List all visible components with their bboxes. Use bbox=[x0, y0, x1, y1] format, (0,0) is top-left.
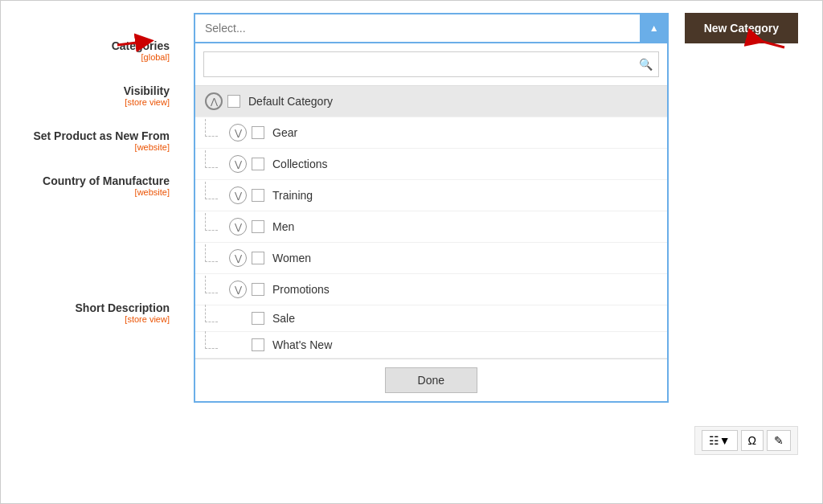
top-row: ▲ 🔍 bbox=[194, 13, 822, 43]
sale-checkbox[interactable] bbox=[252, 312, 264, 325]
list-item[interactable]: ⋁ Collections bbox=[195, 149, 667, 180]
category-name: Collections bbox=[272, 158, 327, 170]
visibility-field-group: Visibility [store view] bbox=[17, 84, 178, 107]
chevron-down-icon: ⋁ bbox=[235, 191, 242, 201]
category-name: Training bbox=[272, 189, 313, 202]
short-desc-scope: [store view] bbox=[17, 314, 170, 324]
collapse-default-button[interactable]: ⋀ bbox=[205, 92, 223, 110]
list-item[interactable]: ⋁ Men bbox=[195, 211, 667, 243]
page-wrapper: Categories [global] Visibility [store vi… bbox=[0, 0, 823, 504]
chevron-down-icon: ⋁ bbox=[235, 285, 242, 295]
select-arrow-button[interactable]: ▲ bbox=[640, 13, 669, 43]
visibility-scope: [store view] bbox=[17, 97, 170, 107]
set-product-field-group: Set Product as New From [website] bbox=[17, 129, 178, 152]
expand-gear-button[interactable]: ⋁ bbox=[229, 124, 247, 141]
list-item[interactable]: ⋁ Women bbox=[195, 243, 667, 274]
gear-checkbox[interactable] bbox=[252, 126, 264, 139]
expand-collections-button[interactable]: ⋁ bbox=[229, 155, 247, 173]
country-label: Country of Manufacture bbox=[17, 174, 170, 187]
category-select-input[interactable] bbox=[194, 13, 669, 43]
men-checkbox[interactable] bbox=[252, 220, 264, 233]
women-checkbox[interactable] bbox=[252, 252, 264, 264]
default-category-checkbox[interactable] bbox=[227, 95, 240, 108]
chevron-up-icon: ⋀ bbox=[211, 96, 218, 107]
grid-icon-button[interactable]: ☷▼ bbox=[702, 430, 738, 451]
search-icon: 🔍 bbox=[639, 58, 653, 71]
sidebar-labels: Categories [global] Visibility [store vi… bbox=[1, 1, 194, 503]
category-list: ⋀ Default Category ⋁ bbox=[195, 86, 667, 359]
category-name: Women bbox=[272, 252, 311, 264]
set-product-label: Set Product as New From bbox=[17, 129, 170, 142]
set-product-scope: [website] bbox=[17, 142, 170, 152]
chevron-down-icon: ⋁ bbox=[235, 222, 242, 232]
search-input-wrapper: 🔍 bbox=[203, 51, 659, 77]
dropdown-search: 🔍 bbox=[195, 43, 667, 86]
categories-field-group: Categories [global] bbox=[17, 39, 178, 62]
expand-promotions-button[interactable]: ⋁ bbox=[229, 281, 247, 298]
new-category-button[interactable]: New Category bbox=[685, 13, 798, 43]
image-icon-button[interactable]: ✎ bbox=[767, 430, 791, 451]
visibility-label: Visibility bbox=[17, 84, 170, 97]
list-item[interactable]: ⋁ Gear bbox=[195, 117, 667, 149]
category-name: Gear bbox=[272, 126, 297, 139]
collections-checkbox[interactable] bbox=[252, 158, 264, 170]
categories-label: Categories bbox=[17, 39, 170, 52]
category-name: What's New bbox=[272, 338, 332, 351]
image-icon: ✎ bbox=[774, 434, 784, 447]
categories-scope: [global] bbox=[17, 52, 170, 62]
whats-new-checkbox[interactable] bbox=[252, 338, 264, 351]
short-desc-field-group: Short Description [store view] bbox=[17, 301, 178, 324]
country-scope: [website] bbox=[17, 187, 170, 197]
omega-icon-button[interactable]: Ω bbox=[741, 430, 764, 451]
list-item[interactable]: Sale bbox=[195, 305, 667, 332]
category-search-input[interactable] bbox=[203, 51, 659, 77]
category-name: Men bbox=[272, 220, 294, 233]
short-desc-label: Short Description bbox=[17, 301, 170, 314]
expand-men-button[interactable]: ⋁ bbox=[229, 218, 247, 236]
chevron-down-icon: ⋁ bbox=[235, 159, 242, 170]
dropdown-panel: 🔍 ⋀ Default Category bbox=[194, 43, 669, 403]
category-name: Promotions bbox=[272, 283, 330, 296]
done-button[interactable]: Done bbox=[385, 367, 477, 393]
list-item[interactable]: ⋀ Default Category bbox=[195, 86, 667, 117]
list-item[interactable]: ⋁ Promotions bbox=[195, 274, 667, 305]
grid-icon: ☷▼ bbox=[709, 434, 731, 447]
select-wrapper: ▲ 🔍 bbox=[194, 13, 669, 43]
category-name: Sale bbox=[272, 312, 295, 325]
category-name: Default Category bbox=[248, 95, 333, 108]
chevron-down-icon: ⋁ bbox=[235, 253, 242, 264]
expand-training-button[interactable]: ⋁ bbox=[229, 186, 247, 204]
omega-icon: Ω bbox=[748, 434, 756, 447]
bottom-toolbar: ☷▼ Ω ✎ bbox=[694, 426, 798, 455]
main-area: ▲ 🔍 bbox=[194, 1, 822, 503]
expand-women-button[interactable]: ⋁ bbox=[229, 249, 247, 267]
chevron-down-icon: ⋁ bbox=[235, 128, 242, 138]
list-item[interactable]: ⋁ Training bbox=[195, 180, 667, 211]
training-checkbox[interactable] bbox=[252, 189, 264, 202]
done-bar: Done bbox=[195, 359, 667, 401]
main-content: Categories [global] Visibility [store vi… bbox=[1, 1, 822, 503]
country-field-group: Country of Manufacture [website] bbox=[17, 174, 178, 197]
promotions-checkbox[interactable] bbox=[252, 283, 264, 296]
arrow-up-icon: ▲ bbox=[649, 23, 659, 34]
list-item[interactable]: What's New bbox=[195, 332, 667, 359]
